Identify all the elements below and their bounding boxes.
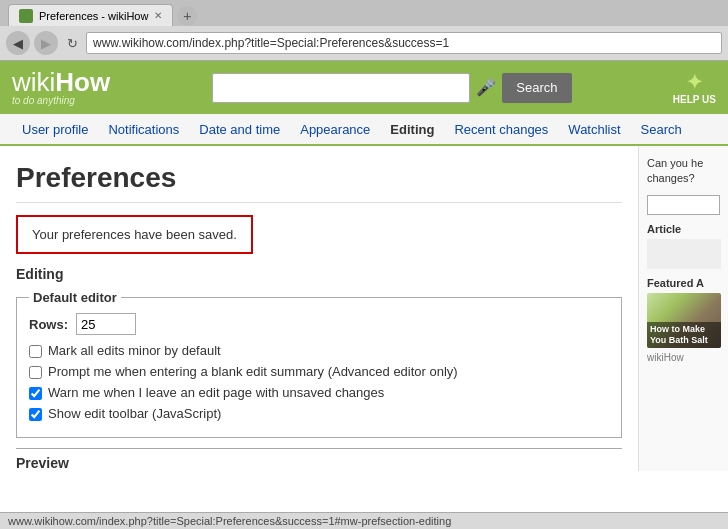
nav-user-profile[interactable]: User profile — [12, 116, 98, 143]
header-search-area: 🎤 Search — [212, 73, 572, 103]
site-header: wikiHow to do anything 🎤 Search ✦ HELP U… — [0, 61, 728, 114]
checkbox-edit-toolbar-label: Show edit toolbar (JavaScript) — [48, 406, 221, 421]
sidebar-question: Can you he changes? — [647, 156, 720, 187]
checkbox-warn-unsaved-label: Warn me when I leave an edit page with u… — [48, 385, 384, 400]
nav-search[interactable]: Search — [631, 116, 692, 143]
preview-section: Preview — [16, 448, 622, 471]
nav-notifications[interactable]: Notifications — [98, 116, 189, 143]
sidebar-article-box — [647, 239, 721, 269]
favicon — [19, 9, 33, 23]
browser-nav-bar: ◀ ▶ ↻ — [0, 26, 728, 60]
page-title: Preferences — [16, 162, 622, 203]
fieldset-legend: Default editor — [29, 290, 121, 305]
checkbox-row-2: Prompt me when entering a blank edit sum… — [29, 364, 609, 379]
wikihow-footer-logo: wikiHow — [647, 352, 720, 363]
preview-label: Preview — [16, 455, 69, 471]
featured-label: Featured A — [647, 277, 720, 289]
url-bar[interactable] — [86, 32, 722, 54]
logo-subtitle: to do anything — [12, 95, 110, 106]
browser-chrome: Preferences - wikiHow ✕ + ◀ ▶ ↻ — [0, 0, 728, 61]
help-us-label: HELP US — [673, 94, 716, 105]
browser-tab[interactable]: Preferences - wikiHow ✕ — [8, 4, 173, 26]
rows-label: Rows: — [29, 317, 68, 332]
sidebar-article-label: Article — [647, 223, 720, 235]
main-content: Preferences Your preferences have been s… — [0, 146, 728, 471]
microphone-icon[interactable]: 🎤 — [476, 78, 496, 97]
site-logo[interactable]: wikiHow to do anything — [12, 69, 110, 106]
checkbox-row-3: Warn me when I leave an edit page with u… — [29, 385, 609, 400]
header-search-button[interactable]: Search — [502, 73, 571, 103]
checkbox-blank-summary[interactable] — [29, 366, 42, 379]
forward-button[interactable]: ▶ — [34, 31, 58, 55]
new-tab-button[interactable]: + — [177, 6, 197, 26]
back-button[interactable]: ◀ — [6, 31, 30, 55]
rows-field: Rows: — [29, 313, 609, 335]
tab-title: Preferences - wikiHow — [39, 10, 148, 22]
help-icon: ✦ — [686, 70, 703, 94]
rows-input[interactable] — [76, 313, 136, 335]
checkbox-minor-edits-label: Mark all edits minor by default — [48, 343, 221, 358]
nav-bar: User profile Notifications Date and time… — [0, 114, 728, 146]
logo-wiki: wiki — [12, 67, 55, 97]
checkbox-warn-unsaved[interactable] — [29, 387, 42, 400]
close-icon[interactable]: ✕ — [154, 10, 162, 21]
checkbox-blank-summary-label: Prompt me when entering a blank edit sum… — [48, 364, 458, 379]
header-search-input[interactable] — [212, 73, 471, 103]
sidebar-search-input[interactable] — [647, 195, 720, 215]
nav-watchlist[interactable]: Watchlist — [558, 116, 630, 143]
success-message: Your preferences have been saved. — [16, 215, 253, 254]
browser-tab-bar: Preferences - wikiHow ✕ + — [0, 0, 728, 26]
checkbox-row-1: Mark all edits minor by default — [29, 343, 609, 358]
sidebar: Can you he changes? Article Featured A H… — [638, 146, 728, 471]
featured-image[interactable]: How to Make You Bath Salt — [647, 293, 721, 348]
checkbox-minor-edits[interactable] — [29, 345, 42, 358]
default-editor-fieldset: Default editor Rows: Mark all edits mino… — [16, 290, 622, 438]
nav-date-time[interactable]: Date and time — [189, 116, 290, 143]
checkbox-edit-toolbar[interactable] — [29, 408, 42, 421]
refresh-button[interactable]: ↻ — [62, 33, 82, 53]
help-us-button[interactable]: ✦ HELP US — [673, 70, 716, 105]
checkbox-row-4: Show edit toolbar (JavaScript) — [29, 406, 609, 421]
nav-recent-changes[interactable]: Recent changes — [444, 116, 558, 143]
section-heading: Editing — [16, 266, 622, 282]
nav-appearance[interactable]: Appearance — [290, 116, 380, 143]
nav-editing[interactable]: Editing — [380, 116, 444, 143]
content-area: Preferences Your preferences have been s… — [0, 146, 638, 471]
logo-text: wikiHow — [12, 69, 110, 95]
logo-how: How — [55, 67, 110, 97]
featured-img-caption: How to Make You Bath Salt — [647, 322, 721, 348]
